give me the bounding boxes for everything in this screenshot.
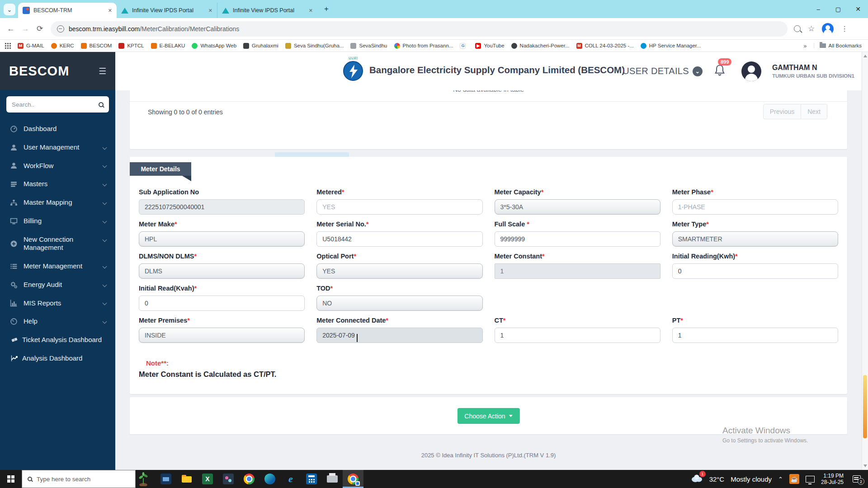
ct-input[interactable] — [495, 328, 660, 343]
bookmark-item[interactable]: Photo from Prasann... — [394, 43, 453, 49]
sidebar-item-meter-management[interactable]: Meter Management — [0, 257, 115, 276]
tab-close-icon[interactable]: ✕ — [208, 8, 212, 14]
meter-phase-input[interactable] — [672, 199, 838, 215]
all-bookmarks-button[interactable]: All Bookmarks — [814, 43, 862, 48]
initial-reading-kwh-input[interactable] — [672, 263, 838, 279]
scroll-up-arrow-icon[interactable] — [863, 55, 867, 57]
weather-temperature[interactable]: 32°C — [709, 475, 725, 483]
bookmark-item[interactable]: SevaSindhu — [350, 43, 387, 49]
address-bar[interactable]: bescom.trm.ieasybill.com/MeterCalibratio… — [51, 21, 788, 37]
sidebar-item-user-management[interactable]: User Management — [0, 138, 115, 157]
browser-tab[interactable]: Infinite View IPDS Portal ✕ — [217, 3, 317, 18]
meter-constant-input[interactable] — [495, 263, 660, 279]
user-avatar[interactable] — [741, 61, 761, 81]
taskbar-app-pc[interactable] — [156, 470, 176, 488]
bookmark-item[interactable]: G — [460, 43, 468, 49]
hamburger-menu-icon[interactable]: ☰ — [99, 66, 106, 76]
tab-close-icon[interactable]: ✕ — [108, 8, 112, 14]
tab-close-icon[interactable]: ✕ — [309, 8, 313, 14]
scrollbar-thumb[interactable] — [863, 375, 867, 438]
meter-connected-date-input[interactable] — [316, 328, 482, 343]
taskbar-app-printer[interactable] — [322, 470, 343, 488]
previous-page-button[interactable]: Previous — [763, 104, 801, 119]
java-tray-icon[interactable]: ☕ — [789, 474, 799, 484]
choose-action-button[interactable]: Choose Action — [457, 408, 519, 424]
taskbar-app-misc[interactable] — [218, 470, 239, 488]
start-button[interactable] — [0, 470, 22, 488]
weather-widget[interactable]: 1 — [690, 474, 703, 484]
window-close-button[interactable]: ✕ — [848, 0, 868, 18]
taskbar-app-internet-explorer[interactable]: e — [280, 470, 301, 488]
sidebar-item-billing[interactable]: Billing — [0, 212, 115, 230]
bookmark-item[interactable]: WhatsApp Web — [192, 43, 236, 49]
tray-expand-chevron-icon[interactable]: ⌃ — [778, 476, 783, 483]
bookmark-item[interactable]: Seva Sindhu(Gruha... — [285, 43, 344, 49]
meter-capacity-input[interactable] — [495, 199, 660, 215]
sidebar-item-masters[interactable]: Masters — [0, 175, 115, 193]
bookmark-item[interactable]: MCOLL 24-03-2025 -... — [576, 43, 634, 49]
taskbar-clock[interactable]: 1:19 PM 28-Jul-25 — [821, 473, 844, 485]
bookmark-item[interactable]: MG-MAIL — [18, 43, 44, 49]
bookmark-item[interactable]: Nadakacheri-Power... — [511, 43, 570, 49]
taskbar-app-edge[interactable] — [259, 470, 280, 488]
bookmark-item[interactable]: KERC — [51, 43, 74, 49]
meter-make-input[interactable] — [139, 231, 305, 247]
sidebar-item-new-connection-management[interactable]: New Connection Management — [0, 230, 115, 258]
sidebar-item-ticket-analysis-dashboard[interactable]: Ticket Analysis Dashboard — [0, 331, 115, 349]
bookmark-item[interactable]: ▶YouTube — [475, 43, 504, 49]
sidebar-search[interactable] — [6, 96, 109, 113]
site-info-icon[interactable] — [57, 25, 64, 33]
bookmark-item[interactable]: E-BELAKU — [151, 43, 185, 49]
sub-application-no-input[interactable] — [139, 199, 305, 215]
window-maximize-button[interactable]: ▢ — [828, 0, 848, 18]
window-minimize-button[interactable]: – — [808, 0, 828, 18]
network-icon[interactable] — [806, 476, 815, 483]
next-page-button[interactable]: Next — [801, 104, 827, 119]
browser-menu-kebab-icon[interactable]: ⋮ — [841, 24, 848, 33]
sidebar-item-dashboard[interactable]: Dashboard — [0, 120, 115, 138]
scroll-down-arrow-icon[interactable] — [863, 465, 867, 467]
sidebar-item-master-mapping[interactable]: Master Mapping — [0, 193, 115, 212]
taskbar-app-chrome-active[interactable] — [343, 470, 363, 488]
meter-serial-no-input[interactable] — [316, 231, 482, 247]
page-scrollbar[interactable] — [862, 52, 868, 470]
forward-button[interactable]: → — [18, 24, 33, 33]
sidebar-item-help[interactable]: Help — [0, 312, 115, 331]
back-button[interactable]: ← — [4, 24, 18, 33]
sidebar-item-workflow[interactable]: WorkFlow — [0, 157, 115, 175]
bookmarks-overflow-icon[interactable]: » — [803, 42, 807, 49]
sidebar-item-energy-audit[interactable]: Energy Audit — [0, 276, 115, 294]
meter-premises-input[interactable] — [139, 328, 305, 343]
bookmark-star-icon[interactable]: ☆ — [808, 24, 815, 33]
pt-input[interactable] — [672, 328, 838, 343]
action-center-button[interactable]: 2 — [853, 475, 861, 483]
weather-description[interactable]: Mostly cloudy — [731, 475, 772, 483]
tab-search-button[interactable]: ⌄ — [4, 4, 15, 15]
taskbar-app-excel[interactable]: X — [197, 470, 218, 488]
taskbar-app-chrome[interactable] — [239, 470, 259, 488]
taskbar-search[interactable]: Type here to search — [22, 470, 136, 488]
metered-input[interactable] — [316, 199, 482, 215]
full-scale-input[interactable] — [495, 231, 660, 247]
refresh-button[interactable]: ⟳ — [33, 24, 47, 33]
bookmark-item[interactable]: KPTCL — [118, 43, 144, 49]
sidebar-search-input[interactable] — [12, 101, 99, 108]
zoom-icon[interactable] — [794, 25, 801, 32]
url-text[interactable]: bescom.trm.ieasybill.com/MeterCalibratio… — [69, 25, 239, 33]
meter-type-input[interactable] — [672, 231, 838, 247]
optical-port-input[interactable] — [316, 263, 482, 279]
sidebar-item-mis-reports[interactable]: MIS Reports — [0, 294, 115, 313]
initial-read-kvah-input[interactable] — [139, 296, 305, 311]
browser-profile-avatar[interactable] — [822, 23, 834, 35]
browser-tab[interactable]: Infinite View IPDS Portal ✕ — [117, 3, 217, 18]
apps-grid-icon[interactable] — [5, 42, 11, 49]
sidebar-item-analysis-dashboard[interactable]: Analysis Dashboard — [0, 349, 115, 368]
notifications-button[interactable]: 899 — [713, 64, 726, 79]
dlms-input[interactable] — [139, 263, 305, 279]
bookmark-item[interactable]: Gruhalaxmi — [243, 43, 278, 49]
bookmark-item[interactable]: BESCOM — [81, 43, 112, 49]
new-tab-button[interactable]: + — [320, 3, 333, 15]
browser-tab-active[interactable]: BESCOM-TRM ✕ — [18, 3, 117, 18]
user-details-dropdown[interactable]: USER DETAILS ⌄ — [623, 66, 703, 76]
tod-input[interactable] — [316, 296, 482, 311]
